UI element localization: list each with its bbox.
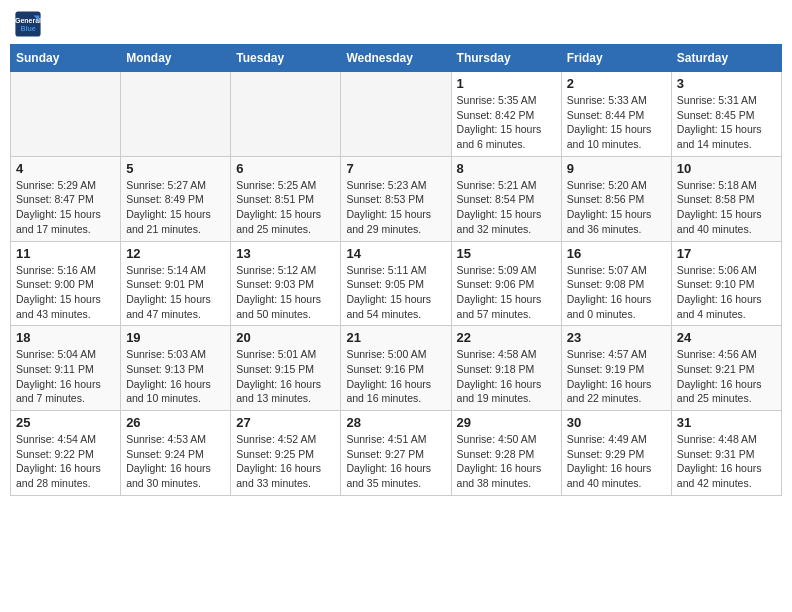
cell-content: Sunrise: 5:07 AM Sunset: 9:08 PM Dayligh…: [567, 263, 666, 322]
cell-content: Sunrise: 5:03 AM Sunset: 9:13 PM Dayligh…: [126, 347, 225, 406]
cell-content: Sunrise: 4:58 AM Sunset: 9:18 PM Dayligh…: [457, 347, 556, 406]
calendar-cell: 10Sunrise: 5:18 AM Sunset: 8:58 PM Dayli…: [671, 156, 781, 241]
calendar-cell: [11, 72, 121, 157]
calendar-cell: 22Sunrise: 4:58 AM Sunset: 9:18 PM Dayli…: [451, 326, 561, 411]
calendar-cell: 28Sunrise: 4:51 AM Sunset: 9:27 PM Dayli…: [341, 411, 451, 496]
logo-icon: General Blue: [14, 10, 42, 38]
cell-content: Sunrise: 4:49 AM Sunset: 9:29 PM Dayligh…: [567, 432, 666, 491]
cell-content: Sunrise: 4:56 AM Sunset: 9:21 PM Dayligh…: [677, 347, 776, 406]
calendar-cell: 23Sunrise: 4:57 AM Sunset: 9:19 PM Dayli…: [561, 326, 671, 411]
calendar-cell: [231, 72, 341, 157]
calendar-cell: 12Sunrise: 5:14 AM Sunset: 9:01 PM Dayli…: [121, 241, 231, 326]
day-number: 6: [236, 161, 335, 176]
cell-content: Sunrise: 5:04 AM Sunset: 9:11 PM Dayligh…: [16, 347, 115, 406]
calendar-cell: 31Sunrise: 4:48 AM Sunset: 9:31 PM Dayli…: [671, 411, 781, 496]
calendar-cell: 21Sunrise: 5:00 AM Sunset: 9:16 PM Dayli…: [341, 326, 451, 411]
calendar-cell: 3Sunrise: 5:31 AM Sunset: 8:45 PM Daylig…: [671, 72, 781, 157]
calendar-cell: 5Sunrise: 5:27 AM Sunset: 8:49 PM Daylig…: [121, 156, 231, 241]
calendar-week-2: 4Sunrise: 5:29 AM Sunset: 8:47 PM Daylig…: [11, 156, 782, 241]
calendar-cell: 16Sunrise: 5:07 AM Sunset: 9:08 PM Dayli…: [561, 241, 671, 326]
day-number: 14: [346, 246, 445, 261]
cell-content: Sunrise: 5:09 AM Sunset: 9:06 PM Dayligh…: [457, 263, 556, 322]
calendar-cell: [121, 72, 231, 157]
day-number: 1: [457, 76, 556, 91]
cell-content: Sunrise: 5:14 AM Sunset: 9:01 PM Dayligh…: [126, 263, 225, 322]
cell-content: Sunrise: 5:11 AM Sunset: 9:05 PM Dayligh…: [346, 263, 445, 322]
calendar-cell: 7Sunrise: 5:23 AM Sunset: 8:53 PM Daylig…: [341, 156, 451, 241]
cell-content: Sunrise: 5:00 AM Sunset: 9:16 PM Dayligh…: [346, 347, 445, 406]
cell-content: Sunrise: 5:29 AM Sunset: 8:47 PM Dayligh…: [16, 178, 115, 237]
svg-rect-0: [15, 11, 40, 36]
calendar-cell: 30Sunrise: 4:49 AM Sunset: 9:29 PM Dayli…: [561, 411, 671, 496]
day-number: 4: [16, 161, 115, 176]
day-number: 20: [236, 330, 335, 345]
calendar-cell: [341, 72, 451, 157]
cell-content: Sunrise: 5:27 AM Sunset: 8:49 PM Dayligh…: [126, 178, 225, 237]
day-number: 2: [567, 76, 666, 91]
calendar-week-1: 1Sunrise: 5:35 AM Sunset: 8:42 PM Daylig…: [11, 72, 782, 157]
header-row: SundayMondayTuesdayWednesdayThursdayFrid…: [11, 45, 782, 72]
cell-content: Sunrise: 5:18 AM Sunset: 8:58 PM Dayligh…: [677, 178, 776, 237]
calendar-cell: 27Sunrise: 4:52 AM Sunset: 9:25 PM Dayli…: [231, 411, 341, 496]
day-number: 25: [16, 415, 115, 430]
cell-content: Sunrise: 4:54 AM Sunset: 9:22 PM Dayligh…: [16, 432, 115, 491]
cell-content: Sunrise: 5:16 AM Sunset: 9:00 PM Dayligh…: [16, 263, 115, 322]
col-header-saturday: Saturday: [671, 45, 781, 72]
cell-content: Sunrise: 5:12 AM Sunset: 9:03 PM Dayligh…: [236, 263, 335, 322]
day-number: 17: [677, 246, 776, 261]
page-header: General Blue: [10, 10, 782, 38]
col-header-wednesday: Wednesday: [341, 45, 451, 72]
calendar-week-5: 25Sunrise: 4:54 AM Sunset: 9:22 PM Dayli…: [11, 411, 782, 496]
cell-content: Sunrise: 4:52 AM Sunset: 9:25 PM Dayligh…: [236, 432, 335, 491]
logo: General Blue: [14, 10, 46, 38]
day-number: 11: [16, 246, 115, 261]
cell-content: Sunrise: 5:25 AM Sunset: 8:51 PM Dayligh…: [236, 178, 335, 237]
calendar-cell: 14Sunrise: 5:11 AM Sunset: 9:05 PM Dayli…: [341, 241, 451, 326]
cell-content: Sunrise: 5:33 AM Sunset: 8:44 PM Dayligh…: [567, 93, 666, 152]
day-number: 3: [677, 76, 776, 91]
day-number: 18: [16, 330, 115, 345]
cell-content: Sunrise: 5:21 AM Sunset: 8:54 PM Dayligh…: [457, 178, 556, 237]
calendar-cell: 8Sunrise: 5:21 AM Sunset: 8:54 PM Daylig…: [451, 156, 561, 241]
day-number: 16: [567, 246, 666, 261]
day-number: 31: [677, 415, 776, 430]
day-number: 21: [346, 330, 445, 345]
cell-content: Sunrise: 5:06 AM Sunset: 9:10 PM Dayligh…: [677, 263, 776, 322]
day-number: 24: [677, 330, 776, 345]
calendar-cell: 24Sunrise: 4:56 AM Sunset: 9:21 PM Dayli…: [671, 326, 781, 411]
day-number: 15: [457, 246, 556, 261]
col-header-tuesday: Tuesday: [231, 45, 341, 72]
day-number: 13: [236, 246, 335, 261]
calendar-cell: 26Sunrise: 4:53 AM Sunset: 9:24 PM Dayli…: [121, 411, 231, 496]
calendar-cell: 11Sunrise: 5:16 AM Sunset: 9:00 PM Dayli…: [11, 241, 121, 326]
calendar-cell: 4Sunrise: 5:29 AM Sunset: 8:47 PM Daylig…: [11, 156, 121, 241]
calendar-cell: 15Sunrise: 5:09 AM Sunset: 9:06 PM Dayli…: [451, 241, 561, 326]
day-number: 7: [346, 161, 445, 176]
cell-content: Sunrise: 5:23 AM Sunset: 8:53 PM Dayligh…: [346, 178, 445, 237]
calendar-cell: 25Sunrise: 4:54 AM Sunset: 9:22 PM Dayli…: [11, 411, 121, 496]
cell-content: Sunrise: 5:35 AM Sunset: 8:42 PM Dayligh…: [457, 93, 556, 152]
day-number: 23: [567, 330, 666, 345]
cell-content: Sunrise: 4:48 AM Sunset: 9:31 PM Dayligh…: [677, 432, 776, 491]
svg-text:Blue: Blue: [20, 25, 35, 32]
day-number: 9: [567, 161, 666, 176]
calendar-week-3: 11Sunrise: 5:16 AM Sunset: 9:00 PM Dayli…: [11, 241, 782, 326]
cell-content: Sunrise: 5:20 AM Sunset: 8:56 PM Dayligh…: [567, 178, 666, 237]
calendar-cell: 1Sunrise: 5:35 AM Sunset: 8:42 PM Daylig…: [451, 72, 561, 157]
calendar-cell: 18Sunrise: 5:04 AM Sunset: 9:11 PM Dayli…: [11, 326, 121, 411]
day-number: 12: [126, 246, 225, 261]
calendar-cell: 6Sunrise: 5:25 AM Sunset: 8:51 PM Daylig…: [231, 156, 341, 241]
cell-content: Sunrise: 5:01 AM Sunset: 9:15 PM Dayligh…: [236, 347, 335, 406]
calendar-cell: 20Sunrise: 5:01 AM Sunset: 9:15 PM Dayli…: [231, 326, 341, 411]
cell-content: Sunrise: 4:57 AM Sunset: 9:19 PM Dayligh…: [567, 347, 666, 406]
cell-content: Sunrise: 5:31 AM Sunset: 8:45 PM Dayligh…: [677, 93, 776, 152]
calendar-cell: 17Sunrise: 5:06 AM Sunset: 9:10 PM Dayli…: [671, 241, 781, 326]
col-header-friday: Friday: [561, 45, 671, 72]
cell-content: Sunrise: 4:53 AM Sunset: 9:24 PM Dayligh…: [126, 432, 225, 491]
day-number: 5: [126, 161, 225, 176]
day-number: 19: [126, 330, 225, 345]
day-number: 29: [457, 415, 556, 430]
day-number: 8: [457, 161, 556, 176]
calendar-cell: 19Sunrise: 5:03 AM Sunset: 9:13 PM Dayli…: [121, 326, 231, 411]
calendar-table: SundayMondayTuesdayWednesdayThursdayFrid…: [10, 44, 782, 496]
